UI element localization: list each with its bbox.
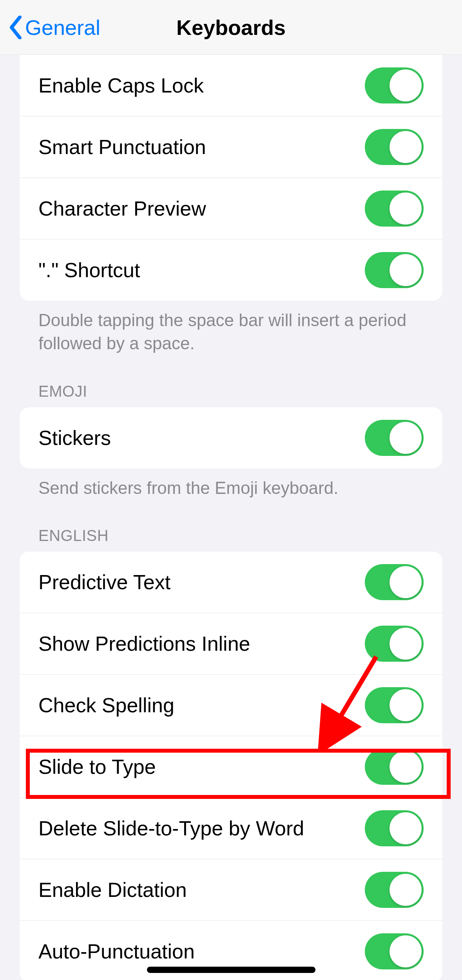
row-enable-caps-lock[interactable]: Enable Caps Lock <box>20 55 442 116</box>
toggle-check-spelling[interactable] <box>365 687 424 723</box>
row-stickers[interactable]: Stickers <box>20 407 442 468</box>
toggle-show-predictions-inline[interactable] <box>365 626 424 662</box>
toggle-stickers[interactable] <box>365 420 424 456</box>
back-label: General <box>25 15 100 40</box>
section-header-english: ENGLISH <box>20 511 442 552</box>
row-label: Check Spelling <box>38 693 174 717</box>
row-predictive-text[interactable]: Predictive Text <box>20 552 442 613</box>
toggle-smart-punctuation[interactable] <box>365 129 424 165</box>
row-label: "." Shortcut <box>38 258 140 282</box>
row-label: Auto-Punctuation <box>38 940 195 963</box>
group-footer-emoji: Send stickers from the Emoji keyboard. <box>20 468 442 511</box>
toggle-period-shortcut[interactable] <box>365 252 424 288</box>
row-smart-punctuation[interactable]: Smart Punctuation <box>20 116 442 178</box>
row-label: Character Preview <box>38 197 206 220</box>
row-label: Delete Slide-to-Type by Word <box>38 817 304 840</box>
toggle-enable-dictation[interactable] <box>365 872 424 908</box>
row-label: Show Predictions Inline <box>38 632 250 655</box>
row-delete-slide-to-type-by-word[interactable]: Delete Slide-to-Type by Word <box>20 798 442 859</box>
back-button[interactable]: General <box>8 15 100 40</box>
page-title: Keyboards <box>176 15 286 40</box>
toggle-enable-caps-lock[interactable] <box>365 67 424 103</box>
settings-group-emoji: Stickers <box>20 407 442 468</box>
row-label: Enable Dictation <box>38 878 187 902</box>
navigation-bar: General Keyboards <box>0 0 462 55</box>
toggle-predictive-text[interactable] <box>365 564 424 600</box>
row-enable-dictation[interactable]: Enable Dictation <box>20 859 442 921</box>
toggle-auto-punctuation[interactable] <box>365 933 424 969</box>
settings-group-general: Enable Caps Lock Smart Punctuation Chara… <box>20 55 442 301</box>
row-label: Enable Caps Lock <box>38 74 204 97</box>
settings-group-english: Predictive Text Show Predictions Inline … <box>20 552 442 980</box>
group-footer-general: Double tapping the space bar will insert… <box>20 301 442 367</box>
toggle-delete-slide-to-type[interactable] <box>365 810 424 846</box>
chevron-left-icon <box>8 16 24 39</box>
row-label: Stickers <box>38 426 111 450</box>
toggle-character-preview[interactable] <box>365 191 424 227</box>
row-show-predictions-inline[interactable]: Show Predictions Inline <box>20 613 442 675</box>
section-header-emoji: EMOJI <box>20 367 442 407</box>
row-character-preview[interactable]: Character Preview <box>20 178 442 240</box>
row-label: Slide to Type <box>38 755 156 779</box>
row-label: Smart Punctuation <box>38 135 206 159</box>
row-period-shortcut[interactable]: "." Shortcut <box>20 240 442 301</box>
row-label: Predictive Text <box>38 570 170 594</box>
home-indicator[interactable] <box>147 967 315 973</box>
row-slide-to-type[interactable]: Slide to Type <box>20 736 442 798</box>
row-check-spelling[interactable]: Check Spelling <box>20 675 442 736</box>
toggle-slide-to-type[interactable] <box>365 749 424 785</box>
